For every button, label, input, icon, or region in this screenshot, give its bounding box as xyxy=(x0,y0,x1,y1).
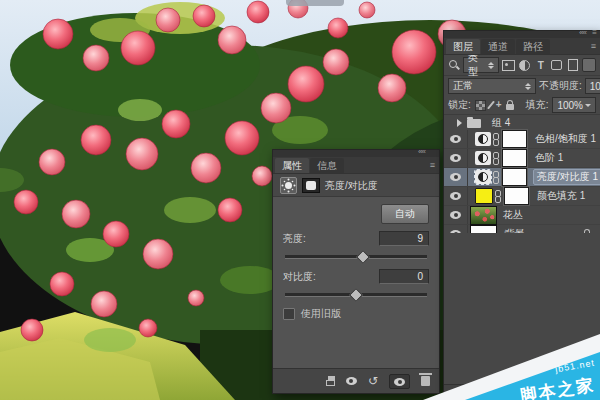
opacity-field[interactable]: 100% xyxy=(585,78,600,94)
tab-properties[interactable]: 属性 xyxy=(275,158,309,173)
fill-field[interactable]: 100% xyxy=(552,97,596,113)
layers-footer: ∞ fx xyxy=(444,384,600,400)
visibility-eye-icon[interactable] xyxy=(450,135,461,143)
tab-paths[interactable]: 路径 xyxy=(516,39,550,54)
opacity-label: 不透明度: xyxy=(539,79,582,93)
properties-tabs: 属性 信息 ≡ xyxy=(273,157,439,174)
layers-tabs: 图层 通道 路径 ≡ xyxy=(444,38,600,55)
color-fill-swatch[interactable] xyxy=(475,188,493,204)
adjustment-header: 亮度/对比度 xyxy=(273,174,439,197)
brightness-value-field[interactable]: 9 xyxy=(379,231,429,246)
photoshop-workspace: «« 属性 信息 ≡ 亮度/对比度 自动 亮度: 9 对比度: 0 xyxy=(0,0,600,400)
contrast-slider[interactable] xyxy=(285,293,427,297)
layer-mask-thumbnail[interactable] xyxy=(502,130,527,148)
layer-row-hue-saturation[interactable]: 色相/饱和度 1 xyxy=(444,130,600,149)
clip-to-layer-icon[interactable] xyxy=(324,376,335,386)
toggle-visibility-icon[interactable] xyxy=(389,374,410,389)
delete-adjustment-icon[interactable] xyxy=(421,376,430,386)
cropped-ui-fragment xyxy=(286,0,344,6)
layer-mask-thumbnail[interactable] xyxy=(504,187,529,205)
search-icon xyxy=(448,59,460,71)
use-legacy-label: 使用旧版 xyxy=(301,307,341,321)
lock-all-icon[interactable] xyxy=(506,104,514,110)
adjustment-layer-icon[interactable] xyxy=(475,132,491,146)
filter-pixel-layers-icon[interactable] xyxy=(502,59,515,71)
folder-icon xyxy=(467,119,481,128)
mask-link-icon xyxy=(492,133,499,146)
layer-thumbnail[interactable] xyxy=(470,206,497,225)
visibility-eye-icon[interactable] xyxy=(450,192,461,200)
layer-row-brightness-contrast-selected[interactable]: 亮度/对比度 1 xyxy=(444,168,600,187)
adjustment-body: 自动 亮度: 9 对比度: 0 使用旧版 xyxy=(273,196,439,369)
delete-layer-icon[interactable] xyxy=(589,388,598,398)
layer-name[interactable]: 色阶 1 xyxy=(535,151,563,165)
layer-name[interactable]: 花丛 xyxy=(503,208,523,222)
filter-smart-objects-icon[interactable] xyxy=(566,59,579,71)
reset-adjustment-icon[interactable]: ↺ xyxy=(368,376,378,386)
layer-row-levels[interactable]: 色阶 1 xyxy=(444,149,600,168)
mask-link-icon xyxy=(492,171,499,184)
mask-link-icon xyxy=(494,190,501,203)
visibility-eye-icon[interactable] xyxy=(450,154,461,162)
tab-channels[interactable]: 通道 xyxy=(481,39,515,54)
view-previous-state-icon[interactable] xyxy=(346,377,357,385)
visibility-eye-icon[interactable] xyxy=(450,173,461,181)
group-expand-icon[interactable] xyxy=(457,119,462,127)
layer-mask-thumbnail[interactable] xyxy=(502,149,527,167)
brightness-slider[interactable] xyxy=(285,255,427,259)
layer-row-flower-bush[interactable]: 花丛 xyxy=(444,206,600,225)
lock-row: 锁定: + 填充: 100% xyxy=(444,96,600,115)
layers-menu-icon[interactable]: ≡ xyxy=(591,41,596,51)
contrast-label: 对比度: xyxy=(283,270,316,284)
brightness-slider-thumb[interactable] xyxy=(356,250,370,264)
collapse-panel-icon[interactable]: «« xyxy=(579,28,586,37)
layer-name[interactable]: 颜色填充 1 xyxy=(537,189,585,203)
panel-menu-icon[interactable]: ≡ xyxy=(430,160,435,170)
lock-pixels-icon[interactable] xyxy=(487,101,495,110)
layers-empty-area xyxy=(444,233,600,385)
blend-mode-row: 正常 不透明度: 100% xyxy=(444,76,600,96)
link-layers-icon[interactable]: ∞ xyxy=(499,388,506,398)
filter-shape-layers-icon[interactable] xyxy=(550,59,563,71)
fill-label: 填充: xyxy=(526,98,549,112)
use-legacy-checkbox[interactable] xyxy=(283,308,295,320)
lock-position-icon[interactable]: + xyxy=(496,100,502,110)
brightness-label: 亮度: xyxy=(283,232,306,246)
contrast-slider-thumb[interactable] xyxy=(349,288,363,302)
tab-layers[interactable]: 图层 xyxy=(446,39,480,54)
adjustment-mask-icon[interactable] xyxy=(302,178,320,193)
adjustment-title: 亮度/对比度 xyxy=(325,179,378,193)
layers-panel: «« ≡ 图层 通道 路径 ≡ 类型 T 正常 xyxy=(443,30,600,400)
contrast-value-field[interactable]: 0 xyxy=(379,269,429,284)
layer-style-icon[interactable]: fx xyxy=(514,388,521,398)
lock-label: 锁定: xyxy=(448,98,471,112)
panel-menu-icon[interactable]: ≡ xyxy=(592,28,597,37)
blend-mode-dropdown[interactable]: 正常 xyxy=(448,78,536,94)
layers-panel-titlebar: «« ≡ xyxy=(444,31,600,38)
filter-kind-dropdown[interactable]: 类型 xyxy=(463,57,499,73)
filter-type-layers-icon[interactable]: T xyxy=(534,59,547,71)
adjustment-layer-icon[interactable] xyxy=(475,151,491,165)
layer-row-color-fill[interactable]: 花丛 颜色填充 1 xyxy=(444,187,600,206)
properties-panel-titlebar: «« xyxy=(273,150,439,157)
layer-group-row[interactable]: 组 4 xyxy=(444,115,600,130)
properties-panel: «« 属性 信息 ≡ 亮度/对比度 自动 亮度: 9 对比度: 0 xyxy=(272,149,440,394)
layer-name[interactable]: 色相/饱和度 1 xyxy=(535,132,596,146)
adjustment-layer-icon[interactable] xyxy=(475,170,491,184)
tab-info[interactable]: 信息 xyxy=(310,158,344,173)
filter-on-off-toggle[interactable] xyxy=(582,58,596,72)
auto-button[interactable]: 自动 xyxy=(381,204,429,224)
collapse-panel-icon[interactable]: «« xyxy=(418,147,425,156)
visibility-eye-icon[interactable] xyxy=(450,211,461,219)
add-mask-icon[interactable] xyxy=(529,388,541,398)
layer-mask-thumbnail[interactable] xyxy=(502,168,527,186)
group-name[interactable]: 组 4 xyxy=(492,116,510,130)
layer-filter-row: 类型 T xyxy=(444,55,600,76)
filter-adjustment-layers-icon[interactable] xyxy=(518,59,531,71)
new-adjustment-layer-icon[interactable] xyxy=(549,388,559,398)
new-group-icon[interactable] xyxy=(567,390,581,399)
lock-transparency-icon[interactable] xyxy=(475,100,486,111)
layer-name[interactable]: 亮度/对比度 1 xyxy=(533,169,600,185)
mask-link-icon xyxy=(492,152,499,165)
properties-footer: ↺ xyxy=(273,368,439,393)
